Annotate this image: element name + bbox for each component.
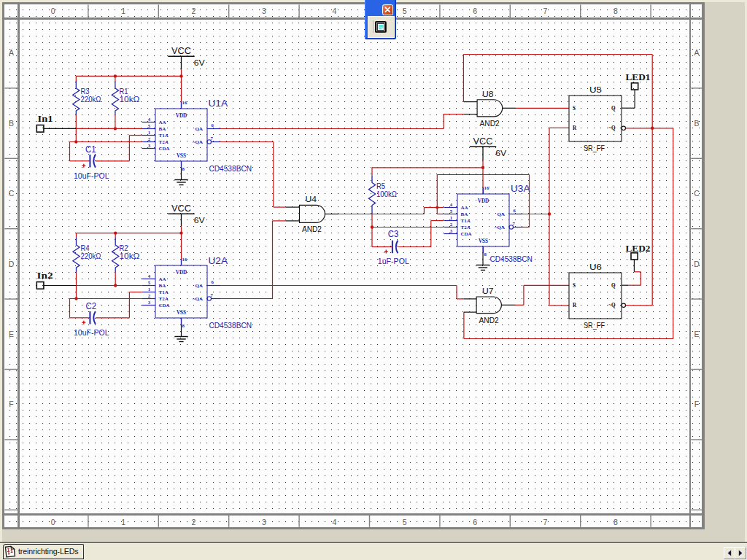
svg-text:VDD: VDD [176, 270, 187, 276]
svg-text:Q: Q [611, 106, 616, 112]
svg-text:U4: U4 [306, 195, 317, 203]
svg-text:2: 2 [148, 293, 151, 298]
svg-text:T1A: T1A [159, 289, 169, 295]
svg-text:VDD: VDD [478, 198, 489, 204]
svg-text:T2A: T2A [461, 225, 471, 230]
svg-text:VSS: VSS [479, 238, 488, 244]
svg-text:BA: BA [159, 126, 166, 132]
svg-text:C3: C3 [388, 229, 399, 239]
svg-text:6V: 6V [194, 58, 205, 67]
svg-text:CD4538BCN: CD4538BCN [209, 321, 252, 330]
svg-text:CDA: CDA [159, 146, 170, 152]
svg-text:5: 5 [148, 123, 151, 128]
svg-text:LED2: LED2 [626, 244, 651, 254]
svg-text:C1: C1 [85, 144, 96, 155]
svg-text:6: 6 [473, 518, 477, 526]
svg-text:6: 6 [212, 122, 214, 128]
svg-text:~QA: ~QA [495, 225, 505, 230]
svg-text:10kΩ: 10kΩ [120, 95, 140, 104]
svg-text:B: B [694, 119, 699, 128]
svg-text:8: 8 [182, 166, 185, 171]
svg-text:16: 16 [484, 185, 489, 190]
svg-text:4: 4 [450, 202, 453, 207]
svg-text:QA: QA [498, 211, 506, 217]
svg-text:VCC: VCC [171, 203, 191, 214]
svg-text:7: 7 [211, 292, 214, 298]
svg-text:7: 7 [513, 221, 516, 226]
svg-text:T1A: T1A [461, 218, 471, 224]
svg-text:1: 1 [450, 215, 453, 220]
svg-text:U7: U7 [482, 287, 494, 295]
svg-text:5: 5 [403, 7, 407, 15]
svg-text:U1A: U1A [209, 98, 228, 109]
svg-text:7: 7 [211, 136, 214, 141]
svg-text:100kΩ: 100kΩ [376, 190, 397, 198]
svg-text:8: 8 [484, 252, 487, 257]
svg-text:10uF-POL: 10uF-POL [74, 171, 109, 180]
svg-text:B: B [9, 119, 14, 128]
svg-text:A: A [694, 48, 699, 57]
svg-text:1: 1 [148, 130, 151, 135]
svg-text:T1A: T1A [159, 133, 169, 139]
svg-text:3: 3 [148, 300, 151, 305]
svg-text:4: 4 [332, 518, 336, 526]
svg-text:AA: AA [159, 276, 166, 282]
svg-text:U6: U6 [589, 262, 602, 271]
svg-text:C2: C2 [86, 301, 97, 311]
svg-text:2: 2 [192, 518, 196, 526]
svg-text:6: 6 [212, 279, 214, 284]
svg-text:7: 7 [543, 518, 548, 526]
svg-text:E: E [694, 330, 699, 338]
svg-text:8: 8 [614, 7, 618, 15]
svg-text:~QA: ~QA [193, 296, 203, 302]
svg-text:AND2: AND2 [479, 316, 499, 324]
svg-text:10kΩ: 10kΩ [120, 252, 140, 260]
svg-text:S: S [573, 106, 576, 112]
svg-text:LED1: LED1 [626, 72, 651, 82]
svg-text:AA: AA [461, 205, 468, 211]
svg-text:0: 0 [51, 7, 55, 15]
svg-text:A: A [9, 48, 14, 57]
svg-text:~QA: ~QA [193, 139, 203, 145]
svg-text:4: 4 [148, 273, 151, 279]
svg-text:3: 3 [450, 228, 453, 233]
svg-text:6V: 6V [194, 216, 205, 225]
svg-text:F: F [694, 400, 699, 408]
svg-text:D: D [694, 260, 700, 268]
svg-text:T2A: T2A [159, 139, 169, 145]
svg-text:6: 6 [473, 7, 477, 15]
svg-text:VCC: VCC [473, 136, 493, 147]
svg-text:E: E [9, 330, 14, 338]
svg-text:2: 2 [148, 136, 151, 141]
svg-text:0: 0 [51, 518, 55, 526]
svg-text:VCC: VCC [171, 46, 191, 56]
svg-text:U2A: U2A [209, 256, 228, 266]
svg-text:In2: In2 [37, 271, 53, 281]
svg-text:6: 6 [514, 208, 516, 213]
svg-text:5: 5 [450, 209, 453, 214]
svg-text:16: 16 [182, 100, 187, 105]
svg-text:220kΩ: 220kΩ [81, 252, 101, 260]
svg-text:1: 1 [148, 287, 151, 292]
svg-text:3: 3 [262, 7, 266, 15]
svg-text:VSS: VSS [177, 310, 186, 316]
svg-text:U3A: U3A [511, 184, 530, 194]
svg-text:6V: 6V [495, 149, 506, 158]
svg-text:2: 2 [450, 222, 453, 227]
svg-text:R: R [573, 303, 577, 308]
svg-text:C: C [9, 189, 15, 198]
svg-text:D: D [9, 260, 15, 268]
svg-text:U5: U5 [589, 85, 602, 94]
svg-text:CD4538BCN: CD4538BCN [209, 164, 252, 173]
svg-text:BA: BA [461, 211, 468, 217]
svg-text:AND2: AND2 [480, 119, 500, 128]
svg-text:BA: BA [159, 283, 166, 289]
svg-text:1: 1 [121, 7, 125, 15]
svg-text:4: 4 [332, 7, 336, 15]
svg-text:5: 5 [148, 280, 151, 285]
svg-text:2: 2 [192, 7, 196, 15]
svg-text:16: 16 [182, 257, 187, 262]
svg-text:QA: QA [196, 126, 204, 132]
svg-text:1uF-POL: 1uF-POL [378, 257, 409, 265]
svg-text:3: 3 [262, 518, 266, 526]
